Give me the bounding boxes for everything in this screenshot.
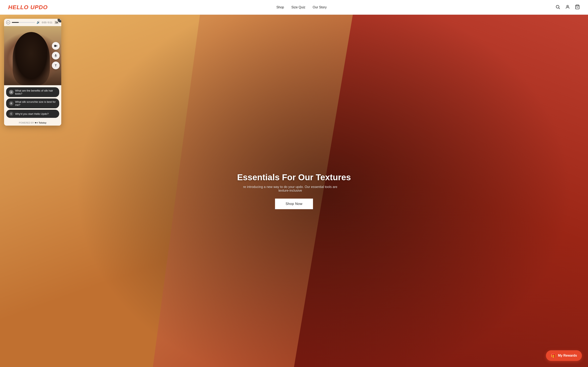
svg-line-1 (559, 8, 560, 9)
video-side-buttons: T (52, 42, 60, 69)
play-button[interactable]: ▶ (6, 20, 10, 25)
rewards-label: My Rewards (558, 354, 577, 358)
question-text-b: What silk scrunchie size is best for me? (15, 100, 56, 106)
video-time: 0:03 / 0:11 (42, 21, 52, 24)
question-text-c: Why'd you start Hello Updo? (15, 112, 49, 115)
main-nav: Shop Size Quiz Our Story (277, 6, 327, 9)
nav-our-story[interactable]: Our Story (312, 6, 327, 9)
svg-rect-4 (54, 45, 56, 47)
nav-shop[interactable]: Shop (277, 6, 284, 9)
site-logo[interactable]: HELLO UPDO (8, 4, 48, 11)
video-controls-bar: ▶ 🔊 0:03 / 0:11 1x (4, 19, 61, 26)
powered-brand-label: Tolstoy (39, 122, 46, 124)
question-text-a: What are the benefits of silk hair tools… (15, 89, 56, 95)
question-avatar-b: B (9, 101, 13, 106)
video-widget: × ▶ 🔊 0:03 / 0:11 1x (4, 19, 61, 125)
text-button[interactable]: T (52, 62, 60, 69)
search-icon[interactable] (555, 4, 560, 10)
tolstoy-dot-1 (35, 122, 36, 123)
nav-size-quiz[interactable]: Size Quiz (291, 6, 305, 9)
shop-now-button[interactable]: Shop Now (275, 199, 313, 209)
account-icon[interactable] (565, 4, 570, 10)
svg-point-2 (567, 5, 568, 7)
video-questions: A What are the benefits of silk hair too… (4, 85, 61, 120)
hero-section: Essentials For Our Textures re introduci… (0, 15, 588, 367)
site-header: HELLO UPDO Shop Size Quiz Our Story (0, 0, 588, 15)
rewards-icon: 🎁 (551, 353, 556, 358)
hero-subtitle: re introducing a new way to do your updo… (237, 185, 343, 192)
hero-title: Essentials For Our Textures (237, 173, 351, 182)
question-avatar-c: C (9, 111, 13, 116)
header-icons (555, 4, 580, 10)
hero-content: Essentials For Our Textures re introduci… (237, 173, 351, 209)
video-thumbnail: T (4, 26, 61, 85)
tolstoy-logo-dots (35, 122, 38, 123)
question-item-a[interactable]: A What are the benefits of silk hair too… (6, 87, 59, 97)
rewards-button[interactable]: 🎁 My Rewards (546, 350, 582, 361)
powered-by-label: POWERED BY (19, 122, 34, 124)
progress-fill (12, 22, 19, 23)
camera-button[interactable] (52, 42, 60, 50)
question-avatar-a: A (9, 90, 13, 94)
question-item-b[interactable]: B What silk scrunchie size is best for m… (6, 99, 59, 108)
volume-icon[interactable]: 🔊 (36, 21, 40, 24)
mic-button[interactable] (52, 52, 60, 59)
progress-bar[interactable] (12, 22, 35, 23)
cart-icon[interactable] (575, 4, 580, 10)
svg-point-0 (556, 5, 559, 8)
powered-by-bar: POWERED BY Tolstoy (4, 120, 61, 125)
question-item-c[interactable]: C Why'd you start Hello Updo? (6, 110, 59, 118)
tolstoy-dot-2 (36, 122, 38, 123)
